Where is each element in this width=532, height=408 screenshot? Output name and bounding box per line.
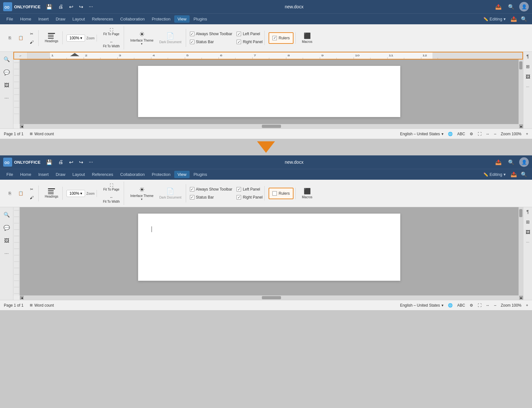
cut-button[interactable]: ✂ — [27, 30, 36, 38]
menu-references[interactable]: References — [89, 15, 116, 23]
bottom-left-panel-check[interactable]: Left Panel — [237, 186, 262, 192]
bottom-hscrollbar[interactable]: ◂ ▸ — [20, 295, 523, 300]
bottom-format-paint-button[interactable]: 🖌 — [27, 194, 36, 201]
bottom-zoom-minus[interactable]: – — [494, 303, 497, 308]
bottom-share-icon-btn[interactable]: 📤 — [509, 171, 519, 178]
bottom-print-button[interactable]: 🖨 — [57, 159, 65, 166]
word-count-item[interactable]: ⊞ Word count — [30, 132, 54, 136]
zoom-minus[interactable]: – — [494, 132, 497, 136]
bottom-rulers-checkbox[interactable] — [272, 191, 277, 196]
share-button[interactable]: 📤 — [494, 3, 503, 11]
top-page-scroll[interactable] — [20, 59, 519, 124]
bottom-always-show-toolbar-check[interactable]: Always Show Toolbar — [190, 186, 232, 192]
rulers-checkbox[interactable] — [272, 36, 277, 40]
bottom-menu-file[interactable]: File — [3, 171, 16, 178]
bottom-hscroll-thumb[interactable] — [262, 296, 281, 299]
bottom-page-info[interactable]: Page 1 of 1 — [4, 303, 23, 308]
track-changes-item[interactable]: ⚙ — [470, 132, 473, 136]
bottom-doc-page[interactable] — [138, 214, 400, 281]
bottom-search-icon-btn[interactable]: 🔍 — [519, 171, 529, 178]
bottom-cut-button[interactable]: ✂ — [27, 185, 36, 193]
bottom-page-scroll[interactable] — [20, 207, 519, 295]
bottom-vscroll-thumb[interactable] — [519, 209, 522, 217]
bottom-right-more-icon[interactable]: ··· — [526, 240, 529, 244]
right-para-icon[interactable]: ¶ — [527, 54, 529, 59]
bottom-dark-document-button[interactable]: 📄 Dark Document — [157, 186, 184, 201]
copy-button[interactable]: ⎘ — [5, 34, 15, 42]
sidebar-image-icon[interactable]: 🖼 — [3, 81, 11, 90]
bottom-menu-collaboration[interactable]: Collaboration — [117, 171, 148, 178]
bottom-sidebar-comment-icon[interactable]: 💬 — [2, 224, 11, 232]
bottom-sidebar-search-icon[interactable]: 🔍 — [2, 210, 11, 219]
hscroll-right-arrow[interactable]: ▸ — [519, 124, 523, 128]
bottom-copy-button[interactable]: ⎘ — [5, 189, 15, 197]
bottom-search-button[interactable]: 🔍 — [506, 159, 516, 166]
top-vscrollbar[interactable] — [519, 59, 523, 124]
bottom-fit-width-status[interactable]: ↔ — [486, 303, 490, 308]
language-item[interactable]: English – United States ▾ — [400, 132, 443, 136]
hscroll-left-arrow[interactable]: ◂ — [20, 124, 24, 128]
bottom-undo-button[interactable]: ↩ — [67, 159, 75, 166]
bottom-right-table-icon[interactable]: ⊞ — [526, 219, 530, 224]
bottom-globe-icon[interactable]: 🌐 — [448, 303, 453, 308]
menu-insert[interactable]: Insert — [35, 15, 52, 23]
bottom-macros-button[interactable]: ⬛ Macros — [300, 186, 315, 200]
bottom-redo-button[interactable]: ↪ — [77, 159, 85, 166]
menu-file[interactable]: File — [3, 15, 16, 23]
print-button[interactable]: 🖨 — [57, 3, 65, 10]
search-icon-btn[interactable]: 🔍 — [519, 15, 529, 23]
top-doc-page[interactable] — [138, 66, 400, 117]
bottom-menu-plugins[interactable]: Plugins — [190, 171, 210, 178]
fit-width-status[interactable]: ↔ — [486, 132, 490, 136]
bottom-spell-check-item[interactable]: ABC — [457, 303, 465, 308]
right-more-icon[interactable]: ··· — [526, 84, 529, 89]
fit-to-width-button[interactable]: ↔ Fit To Width — [101, 38, 122, 50]
bottom-headings-button[interactable]: Headings — [43, 187, 60, 200]
status-bar-checkbox[interactable] — [190, 40, 194, 44]
redo-button[interactable]: ↪ — [77, 3, 85, 11]
bottom-right-panel-check[interactable]: Right Panel — [237, 194, 262, 200]
globe-icon[interactable]: 🌐 — [448, 132, 453, 136]
sidebar-comment-icon[interactable]: 💬 — [2, 68, 11, 77]
top-hscrollbar[interactable]: ◂ ▸ — [20, 124, 523, 129]
page-info[interactable]: Page 1 of 1 — [4, 132, 23, 136]
right-image-icon[interactable]: 🖼 — [526, 74, 530, 79]
bottom-hscroll-left-arrow[interactable]: ◂ — [20, 296, 24, 300]
menu-layout[interactable]: Layout — [69, 15, 88, 23]
bottom-paste-button[interactable]: 📋 — [16, 189, 26, 197]
right-panel-check[interactable]: Right Panel — [237, 39, 262, 45]
bottom-editing-dropdown[interactable]: ✏️ Editing ▾ — [481, 171, 508, 178]
status-bar-check[interactable]: Status Bar — [190, 39, 232, 45]
bottom-menu-home[interactable]: Home — [17, 171, 35, 178]
menu-view[interactable]: View — [174, 15, 190, 23]
search-button[interactable]: 🔍 — [506, 3, 516, 11]
bottom-menu-references[interactable]: References — [89, 171, 116, 178]
bottom-right-image-icon[interactable]: 🖼 — [526, 230, 530, 235]
bottom-track-changes-item[interactable]: ⚙ — [470, 303, 473, 308]
bottom-menu-view[interactable]: View — [174, 171, 190, 178]
avatar[interactable]: 👤 — [519, 2, 529, 12]
bottom-avatar[interactable]: 👤 — [519, 157, 529, 167]
bottom-right-panel-checkbox[interactable] — [237, 195, 241, 200]
bottom-fit-page-status[interactable]: ⛶ — [478, 303, 481, 308]
bottom-hscroll-right-arrow[interactable]: ▸ — [519, 296, 523, 300]
zoom-select[interactable]: 100% ▾ — [66, 35, 85, 42]
editing-dropdown[interactable]: ✏️ Editing ▾ — [481, 15, 508, 23]
bottom-language-item[interactable]: English – United States ▾ — [400, 303, 443, 308]
bottom-save-button[interactable]: 💾 — [44, 159, 54, 166]
bottom-fit-to-page-button[interactable]: ⛶ Fit To Page — [101, 182, 122, 193]
bottom-menu-layout[interactable]: Layout — [69, 171, 88, 178]
paste-button[interactable]: 📋 — [16, 34, 26, 42]
menu-protection[interactable]: Protection — [149, 15, 174, 23]
bottom-share-button[interactable]: 📤 — [494, 159, 503, 166]
sidebar-more-icon[interactable]: ··· — [3, 94, 10, 102]
bottom-always-show-toolbar-checkbox[interactable] — [190, 187, 194, 192]
bottom-right-para-icon[interactable]: ¶ — [527, 209, 529, 214]
right-panel-checkbox[interactable] — [237, 40, 241, 44]
share-icon-btn[interactable]: 📤 — [509, 15, 519, 23]
bottom-menu-protection[interactable]: Protection — [149, 171, 174, 178]
bottom-menu-insert[interactable]: Insert — [35, 171, 52, 178]
bottom-status-bar-checkbox[interactable] — [190, 195, 194, 200]
dark-document-button[interactable]: 📄 Dark Document — [157, 30, 184, 45]
sidebar-search-icon[interactable]: 🔍 — [2, 55, 11, 64]
